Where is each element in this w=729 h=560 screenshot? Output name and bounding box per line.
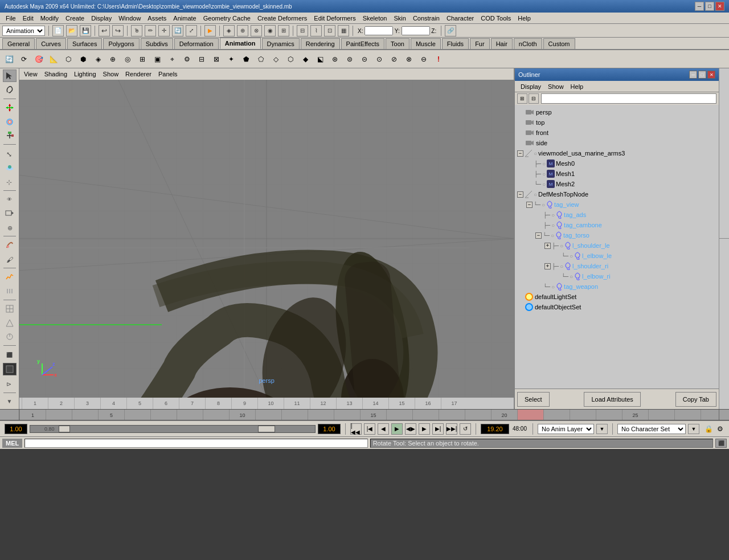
menu-edit-deformers[interactable]: Edit Deformers <box>310 14 359 23</box>
shelf-icon-22[interactable]: ⬕ <box>313 52 327 66</box>
timeline-ruler[interactable]: 1 5 10 15 20 25 30 <box>19 410 719 420</box>
tab-general[interactable]: General <box>2 38 35 49</box>
tab-dynamics[interactable]: Dynamics <box>262 38 300 49</box>
tree-item-top[interactable]: top <box>515 117 719 128</box>
tree-item-default-light-set[interactable]: defaultLightSet <box>515 292 719 302</box>
tree-item-l-shoulder-ri[interactable]: + ├─ ○ l_shoulder_ri <box>515 261 719 271</box>
tab-curves[interactable]: Curves <box>36 38 66 49</box>
y-field[interactable] <box>402 26 430 35</box>
vp-menu-view[interactable]: View <box>22 71 40 77</box>
tab-fluids[interactable]: Fluids <box>442 38 469 49</box>
save-icon[interactable]: 💾 <box>80 25 91 36</box>
lock-icon[interactable]: 🔒 <box>704 424 713 434</box>
anim-layer-select[interactable]: No Anim Layer <box>538 424 594 434</box>
outliner-minimize[interactable]: ─ <box>689 71 697 79</box>
menu-display[interactable]: Display <box>88 14 115 23</box>
paint-attr-tool[interactable]: 🖌 <box>3 253 17 265</box>
camera-tumble-tool[interactable]: 👁 <box>3 193 17 206</box>
snap-all-icon[interactable]: 🔗 <box>445 25 456 36</box>
snap-point-icon[interactable]: ⊡ <box>324 25 335 36</box>
rotate-tool[interactable] <box>3 115 17 128</box>
move-icon[interactable]: ✛ <box>158 25 170 36</box>
current-time-field[interactable] <box>481 424 509 434</box>
go-to-end-btn[interactable]: ▶▶| <box>446 423 457 435</box>
tool-icon-5[interactable]: ⊞ <box>278 25 289 36</box>
shelf-icon-15[interactable]: ⊠ <box>210 52 223 66</box>
shelf-icon-17[interactable]: ⬟ <box>239 52 253 66</box>
graph-editor-icon[interactable] <box>3 271 17 283</box>
select-tool[interactable] <box>3 70 17 82</box>
tree-item-tag-view[interactable]: − └─ ○ tag_view <box>515 199 719 210</box>
tree-item-mesh1[interactable]: ├─ ○ M Mesh1 <box>515 169 719 179</box>
range-slider[interactable]: 0.80 <box>30 425 316 433</box>
shelf-icon-12[interactable]: ⌖ <box>165 52 179 66</box>
shelf-icon-24[interactable]: ⊜ <box>343 52 357 66</box>
shelf-icon-4[interactable]: 📐 <box>47 52 60 66</box>
maximize-button[interactable]: □ <box>705 2 714 11</box>
outliner-maximize[interactable]: □ <box>698 71 706 79</box>
tab-subdivs[interactable]: Subdivs <box>141 38 173 49</box>
outliner-close[interactable]: ✕ <box>707 71 715 79</box>
shelf-icon-9[interactable]: ◎ <box>121 52 134 66</box>
tab-custom[interactable]: Custom <box>543 38 575 49</box>
select-icon[interactable]: 🖱 <box>131 25 142 36</box>
menu-window[interactable]: Window <box>115 14 144 23</box>
menu-skeleton[interactable]: Skeleton <box>359 14 391 23</box>
shelf-icon-7[interactable]: ◈ <box>91 52 105 66</box>
menu-constrain[interactable]: Constrain <box>409 14 443 23</box>
scale-icon[interactable]: ⤢ <box>186 25 197 36</box>
paint-skin-weights-tool[interactable] <box>3 239 17 251</box>
shelf-icon-20[interactable]: ⬡ <box>284 52 297 66</box>
shelf-icon-28[interactable]: ⊗ <box>402 52 416 66</box>
outliner-search-input[interactable] <box>541 93 716 104</box>
icon-misc-1[interactable] <box>3 303 17 315</box>
play-fwd-btn[interactable]: ▶ <box>391 423 403 435</box>
tool-icon-2[interactable]: ⊕ <box>237 25 248 36</box>
shelf-icon-18[interactable]: ⬠ <box>254 52 268 66</box>
tree-item-front[interactable]: front <box>515 128 719 138</box>
shelf-icon-2[interactable]: ⟳ <box>17 52 31 66</box>
load-attributes-button[interactable]: Load Attributes <box>584 392 640 407</box>
shelf-icon-13[interactable]: ⚙ <box>180 52 194 66</box>
icon-misc-4[interactable]: ⬛ <box>3 348 17 361</box>
icon-misc-2[interactable] <box>3 316 17 329</box>
tree-item-side[interactable]: side <box>515 138 719 148</box>
shelf-icon-8[interactable]: ⊕ <box>106 52 120 66</box>
tree-item-persp[interactable]: persp <box>515 107 719 117</box>
shelf-icon-5[interactable]: ⬡ <box>62 52 75 66</box>
soft-mod-tool[interactable] <box>3 161 17 174</box>
loop-btn[interactable]: ↺ <box>460 423 471 435</box>
icon-misc-3[interactable] <box>3 330 17 343</box>
vp-menu-shading[interactable]: Shading <box>42 71 69 77</box>
next-frame-btn[interactable]: ▶ <box>419 423 430 435</box>
character-set-select[interactable]: No Character Set <box>617 424 686 434</box>
tab-fur[interactable]: Fur <box>470 38 490 49</box>
shelf-icon-19[interactable]: ◇ <box>269 52 282 66</box>
camera-dolly-tool[interactable]: ⊕ <box>3 221 17 234</box>
tree-item-mesh2[interactable]: └─ ○ M Mesh2 <box>515 179 719 189</box>
menu-cod-tools[interactable]: COD Tools <box>477 14 514 23</box>
shelf-icon-23[interactable]: ⊛ <box>328 52 342 66</box>
tree-item-mesh0[interactable]: ├─ ○ M Mesh0 <box>515 158 719 169</box>
tag-torso-expand[interactable]: − <box>535 232 542 239</box>
start-frame-field[interactable] <box>5 424 27 434</box>
rotate-icon[interactable]: 🔄 <box>172 25 183 36</box>
preferences-icon[interactable]: ⚙ <box>715 424 724 434</box>
tab-surfaces[interactable]: Surfaces <box>67 38 102 49</box>
play-bwd-btn[interactable]: ◀▶ <box>405 423 416 435</box>
copy-tab-button[interactable]: Copy Tab <box>675 392 716 407</box>
tab-deformation[interactable]: Deformation <box>174 38 219 49</box>
tab-painteffects[interactable]: PaintEffects <box>341 38 385 49</box>
tab-polygons[interactable]: Polygons <box>103 38 139 49</box>
range-handle-right[interactable] <box>258 426 275 432</box>
l-shoulder-le-expand[interactable]: + <box>544 243 551 249</box>
tab-animation[interactable]: Animation <box>220 38 261 49</box>
tree-item-default-object-set[interactable]: defaultObjectSet <box>515 302 719 312</box>
menu-modify[interactable]: Modify <box>37 14 62 23</box>
mode-select[interactable]: Animation Modeling <box>2 26 45 36</box>
viewmodel-expand[interactable]: − <box>517 150 523 157</box>
l-shoulder-ri-expand[interactable]: + <box>544 263 551 269</box>
show-manip-tool[interactable]: ⊹ <box>3 175 17 187</box>
move-tool[interactable] <box>3 101 17 114</box>
shelf-icon-3[interactable]: 🎯 <box>32 52 46 66</box>
